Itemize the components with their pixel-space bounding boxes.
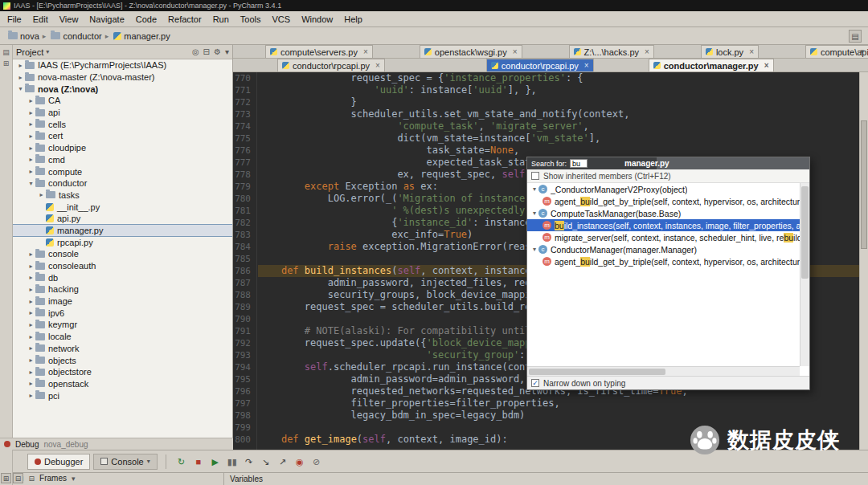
tree-item[interactable]: ▸console	[13, 248, 232, 260]
structure-search-input[interactable]: bu	[570, 159, 588, 168]
line-number[interactable]: 784	[233, 241, 256, 253]
toolwindow-toggle-icon[interactable]: ⊟	[13, 473, 23, 483]
tree-item[interactable]: ▸network	[13, 343, 232, 355]
expand-arrow-icon[interactable]: ▸	[37, 191, 46, 198]
line-number[interactable]: 774	[233, 120, 256, 132]
close-icon[interactable]: ×	[645, 47, 649, 56]
line-number[interactable]: 770	[233, 72, 256, 84]
line-number[interactable]: 796	[233, 385, 256, 397]
expand-arrow-icon[interactable]: ▸	[27, 263, 35, 270]
expand-arrow-icon[interactable]: ▸	[27, 286, 35, 293]
breadcrumb-item[interactable]: conductor	[63, 31, 101, 41]
expand-arrow-icon[interactable]: ▾	[16, 85, 25, 92]
pane-icon[interactable]: ⊟	[29, 475, 35, 483]
narrow-down-checkbox[interactable]: ✓	[531, 379, 539, 387]
tab-console[interactable]: Console▾	[93, 454, 157, 470]
expand-arrow-icon[interactable]: ▸	[16, 62, 25, 69]
editor-tab[interactable]: lock.py×	[701, 45, 759, 58]
expand-arrow-icon[interactable]: ▾	[530, 210, 538, 217]
structure-class-row[interactable]: ▾cConductorManager(manager.Manager)	[527, 243, 800, 255]
editor-tab[interactable]: conductor\manager.py×	[649, 59, 774, 71]
line-number[interactable]: 786	[233, 265, 256, 277]
expand-arrow-icon[interactable]: ▸	[27, 321, 35, 328]
tree-item[interactable]: ▸cloudpipe	[13, 142, 232, 154]
line-number[interactable]: 797	[233, 397, 256, 410]
close-icon[interactable]: ×	[375, 61, 380, 70]
tree-item[interactable]: ▸ipv6	[13, 307, 232, 319]
tree-item[interactable]: ▾nova (Z:\nova)	[13, 83, 232, 95]
chevron-down-icon[interactable]: ▾	[72, 475, 76, 483]
expand-arrow-icon[interactable]: ▾	[27, 180, 35, 187]
resume-icon[interactable]: ▶	[208, 454, 223, 469]
line-number[interactable]: 795	[233, 373, 256, 385]
line-number[interactable]: 798	[233, 410, 256, 422]
tree-item[interactable]: ▸db	[13, 271, 232, 283]
tree-item[interactable]: ▸openstack	[13, 378, 232, 390]
settings-icon[interactable]: ⚙	[214, 46, 221, 59]
menu-code[interactable]: Code	[130, 13, 162, 26]
line-number[interactable]: 775	[233, 132, 256, 145]
expand-arrow-icon[interactable]: ▸	[27, 369, 35, 376]
menu-run[interactable]: Run	[207, 13, 235, 26]
line-number[interactable]: 787	[233, 277, 256, 289]
tree-item[interactable]: ▸cells	[13, 118, 232, 130]
expand-arrow-icon[interactable]: ▸	[16, 74, 25, 81]
line-number[interactable]: 777	[233, 157, 256, 169]
line-number[interactable]: 781	[233, 205, 256, 217]
expand-arrow-icon[interactable]: ▸	[27, 156, 35, 163]
expand-arrow-icon[interactable]: ▸	[27, 132, 35, 140]
expand-arrow-icon[interactable]: ▸	[27, 392, 35, 399]
editor-tab[interactable]: compute\api.py×	[805, 45, 868, 58]
frames-label[interactable]: Frames	[39, 474, 67, 483]
scrollbar-thumb[interactable]	[861, 120, 867, 249]
structure-method-row[interactable]: magent_build_get_by_triple(self, context…	[527, 255, 800, 267]
menu-file[interactable]: File	[2, 13, 27, 26]
tree-item[interactable]: api.py	[13, 213, 232, 225]
narrow-down-row[interactable]: ✓ Narrow down on typing	[527, 376, 809, 389]
tree-item[interactable]: ▸api	[13, 107, 232, 119]
tree-item[interactable]: ▸consoleauth	[13, 260, 232, 272]
close-icon[interactable]: ×	[584, 61, 589, 70]
expand-arrow-icon[interactable]: ▾	[530, 185, 538, 193]
tree-item[interactable]: ▸image	[13, 295, 232, 308]
popup-vertical-scrollbar[interactable]	[800, 183, 809, 366]
show-inherited-checkbox[interactable]	[531, 172, 539, 180]
tree-item[interactable]: ▸pci	[13, 389, 232, 401]
stop-icon[interactable]: ■	[191, 454, 206, 469]
tab-debugger[interactable]: Debugger	[27, 454, 90, 470]
structure-method-row[interactable]: mmigrate_server(self, context, instance,…	[527, 231, 800, 243]
editor-vertical-scrollbar[interactable]	[859, 72, 868, 450]
line-number[interactable]: 779	[233, 181, 256, 193]
collapse-all-icon[interactable]: ⊟	[203, 46, 210, 59]
editor-tab[interactable]: conductor\rpcapi.py×	[486, 59, 594, 71]
tree-item[interactable]: ▸cmd	[13, 154, 232, 166]
breadcrumb-item[interactable]: manager.py	[124, 31, 170, 41]
line-number[interactable]: 773	[233, 108, 256, 120]
line-number[interactable]: 791	[233, 325, 256, 337]
expand-arrow-icon[interactable]: ▸	[27, 97, 35, 104]
step-out-icon[interactable]: ↗	[276, 454, 290, 469]
line-number[interactable]: 782	[233, 217, 256, 229]
structure-stripe-icon[interactable]: ⊞	[2, 59, 10, 67]
line-number[interactable]: 793	[233, 349, 256, 361]
close-icon[interactable]: ×	[749, 47, 754, 56]
step-into-icon[interactable]: ↘	[259, 454, 273, 469]
menu-vcs[interactable]: VCS	[267, 13, 297, 26]
expand-arrow-icon[interactable]: ▸	[27, 309, 35, 316]
expand-arrow-icon[interactable]: ▸	[27, 109, 35, 116]
line-number[interactable]: 792	[233, 337, 256, 349]
show-inherited-row[interactable]: Show inherited members (Ctrl+F12)	[527, 169, 809, 183]
line-number[interactable]: 778	[233, 169, 256, 181]
mute-breakpoints-icon[interactable]: ⊘	[309, 454, 324, 469]
locate-icon[interactable]: ◎	[192, 46, 199, 59]
toolbar-widget-icon[interactable]: ▤	[849, 30, 862, 43]
line-number[interactable]: 788	[233, 289, 256, 301]
pause-icon[interactable]: ▮▮	[225, 454, 240, 469]
line-number[interactable]: 772	[233, 96, 256, 108]
tree-item[interactable]: ▸tasks	[13, 190, 232, 202]
hide-icon[interactable]: ▾	[225, 46, 229, 59]
project-stripe-icon[interactable]: ▤	[2, 48, 10, 56]
structure-method-row[interactable]: magent_build_get_by_triple(self, context…	[527, 195, 800, 207]
expand-arrow-icon[interactable]: ▸	[27, 344, 35, 352]
pane-divider[interactable]	[223, 473, 224, 485]
